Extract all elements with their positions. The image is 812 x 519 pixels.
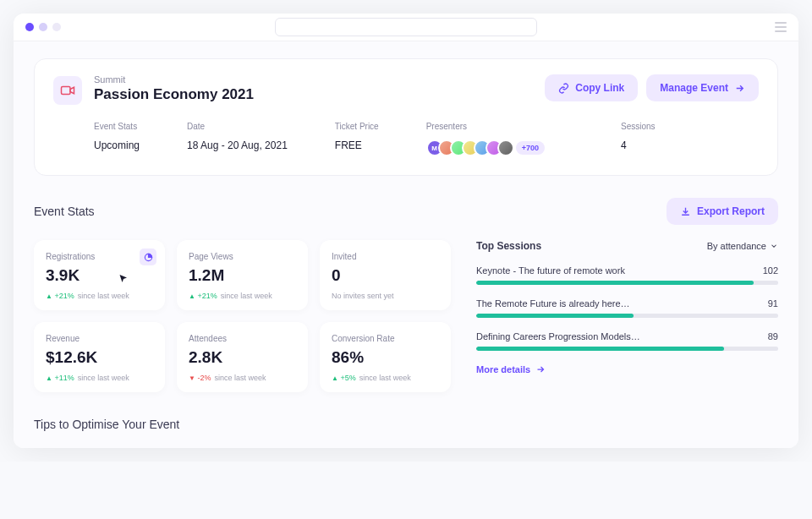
stat-card[interactable]: Conversion Rate86%▲ +5% since last week	[320, 322, 451, 392]
more-details-link[interactable]: More details	[476, 364, 778, 374]
link-icon	[558, 83, 569, 94]
hstat-label: Event Stats	[94, 122, 140, 131]
export-report-button[interactable]: Export Report	[667, 198, 778, 225]
session-name: The Remote Future is already here…	[476, 298, 630, 309]
event-subtitle: Summit	[94, 74, 533, 85]
stat-label: Page Views	[189, 252, 296, 261]
delta-value: ▲ +11%	[46, 374, 74, 382]
stat-label: Registrations	[46, 252, 153, 261]
arrow-right-icon	[734, 83, 745, 94]
stat-card[interactable]: Registrations3.9K▲ +21% since last week	[34, 240, 165, 310]
tips-section-title: Tips to Optimise Your Event	[34, 418, 778, 431]
presenters-avatars: M +700	[426, 139, 545, 156]
delta-value: ▲ +21%	[189, 292, 217, 300]
stat-value: $12.6K	[46, 348, 153, 367]
menu-icon[interactable]	[775, 22, 787, 32]
search-input[interactable]	[275, 18, 537, 36]
chart-icon	[140, 249, 156, 265]
hstat-sessions: Sessions 4	[621, 122, 656, 156]
stat-note: No invites sent yet	[332, 292, 394, 300]
dot-1	[25, 23, 34, 31]
presenters-more-badge[interactable]: +700	[516, 141, 545, 155]
delta-since: since last week	[78, 292, 129, 300]
delta-since: since last week	[359, 374, 411, 382]
more-label: More details	[476, 364, 530, 374]
stat-value: 1.2M	[189, 266, 296, 285]
copy-link-label: Copy Link	[575, 82, 624, 94]
delta-since: since last week	[221, 292, 272, 300]
hstat-value: Upcoming	[94, 139, 140, 151]
stat-value: 3.9K	[46, 266, 153, 285]
sort-dropdown[interactable]: By attendance	[707, 241, 778, 251]
section-title: Event Stats	[34, 205, 95, 218]
manage-event-label: Manage Event	[660, 82, 728, 94]
download-icon	[680, 206, 691, 217]
stat-card[interactable]: Page Views1.2M▲ +21% since last week	[177, 240, 308, 310]
hstat-label: Sessions	[621, 122, 656, 131]
svg-rect-0	[62, 87, 71, 95]
titlebar	[14, 14, 798, 41]
top-sessions-panel: Top Sessions By attendance Keynote - The…	[476, 240, 778, 392]
dot-3	[52, 23, 61, 31]
session-name: Defining Careers Progression Models…	[476, 331, 640, 341]
stat-card[interactable]: Attendees2.8K▼ -2% since last week	[177, 322, 308, 392]
stats-grid: Registrations3.9K▲ +21% since last weekP…	[34, 240, 451, 392]
stat-label: Attendees	[189, 334, 296, 343]
content: Summit Passion Economy 2021 Copy Link Ma…	[14, 41, 798, 448]
session-row[interactable]: Keynote - The future of remote work102	[476, 265, 778, 285]
hstat-label: Ticket Price	[335, 122, 379, 131]
stat-label: Conversion Rate	[332, 334, 439, 343]
delta-value: ▲ +5%	[332, 374, 356, 382]
session-bar	[476, 347, 778, 351]
hstat-label: Presenters	[426, 122, 545, 131]
app-window: Summit Passion Economy 2021 Copy Link Ma…	[14, 14, 798, 448]
session-row[interactable]: The Remote Future is already here…91	[476, 298, 778, 318]
stat-value: 2.8K	[189, 348, 296, 367]
sort-label: By attendance	[707, 241, 766, 251]
stat-label: Invited	[332, 252, 439, 261]
hstat-date: Date 18 Aug - 20 Aug, 2021	[187, 122, 288, 156]
delta-since: since last week	[214, 374, 266, 382]
session-bar	[476, 281, 778, 285]
dot-2	[39, 23, 47, 31]
hstat-ticket: Ticket Price FREE	[335, 122, 379, 156]
export-label: Export Report	[697, 205, 765, 217]
window-dots	[25, 23, 61, 31]
manage-event-button[interactable]: Manage Event	[646, 74, 759, 101]
session-bar	[476, 314, 778, 318]
hstat-value: FREE	[335, 139, 379, 151]
session-count: 102	[763, 265, 778, 276]
event-title: Passion Economy 2021	[94, 86, 533, 103]
delta-value: ▲ +21%	[46, 292, 74, 300]
stat-label: Revenue	[46, 334, 153, 343]
chevron-down-icon	[770, 242, 778, 250]
hstat-presenters: Presenters M +700	[426, 122, 545, 156]
hstat-value: 18 Aug - 20 Aug, 2021	[187, 139, 288, 151]
session-name: Keynote - The future of remote work	[476, 265, 625, 276]
stat-value: 86%	[332, 348, 439, 367]
hstat-status: Event Stats Upcoming	[94, 122, 140, 156]
delta-since: since last week	[78, 374, 129, 382]
arrow-right-icon	[535, 364, 546, 374]
avatar	[497, 139, 514, 156]
stat-card[interactable]: Revenue$12.6K▲ +11% since last week	[34, 322, 165, 392]
delta-value: ▼ -2%	[189, 374, 211, 382]
stat-value: 0	[332, 266, 439, 285]
hstat-label: Date	[187, 122, 288, 131]
stat-card[interactable]: Invited0No invites sent yet	[320, 240, 451, 310]
session-count: 89	[768, 331, 778, 341]
event-header-card: Summit Passion Economy 2021 Copy Link Ma…	[34, 58, 778, 176]
copy-link-button[interactable]: Copy Link	[545, 74, 638, 101]
session-count: 91	[768, 298, 778, 309]
hstat-value: 4	[621, 139, 656, 151]
session-row[interactable]: Defining Careers Progression Models…89	[476, 331, 778, 351]
event-icon	[53, 76, 82, 105]
top-sessions-title: Top Sessions	[476, 240, 541, 252]
